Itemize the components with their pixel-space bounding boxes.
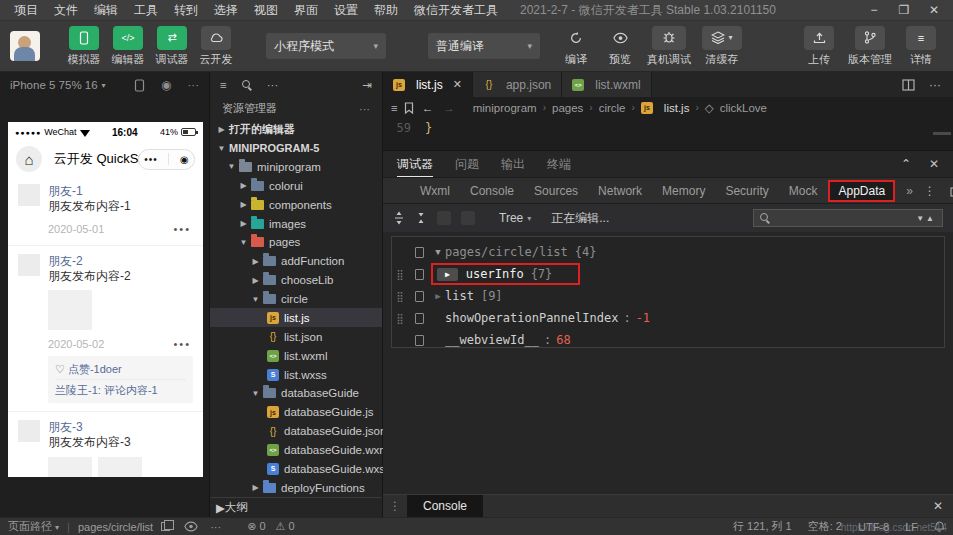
avatar[interactable] xyxy=(18,184,40,206)
post-author[interactable]: 朋友-1 xyxy=(48,184,131,199)
compile-button[interactable] xyxy=(561,26,591,50)
menu-goto[interactable]: 转到 xyxy=(166,0,206,20)
menu-select[interactable]: 选择 xyxy=(206,0,246,20)
search-input[interactable] xyxy=(776,212,910,224)
appdata-list-row[interactable]: ⣿ ▶ list [9] xyxy=(392,285,944,307)
like-list[interactable]: 点赞-1doer xyxy=(68,363,122,375)
panel-tab-debugger[interactable]: 调试器 xyxy=(397,156,433,177)
drag-handle-icon[interactable]: ⣿ xyxy=(392,269,408,280)
open-editors-section[interactable]: ▶ 打开的编辑器 xyxy=(210,120,382,139)
clear-cache-button[interactable]: ▾ xyxy=(702,26,742,50)
menu-settings[interactable]: 设置 xyxy=(326,0,366,20)
devtools-tab-sources[interactable]: Sources xyxy=(525,180,587,202)
minimize-button[interactable]: − xyxy=(861,3,887,17)
outline-list-icon[interactable]: ≡ xyxy=(391,102,398,114)
page-path-selector[interactable]: 页面路径 ▾ xyxy=(8,519,59,534)
watch-box-icon[interactable] xyxy=(415,313,424,324)
bookmark-icon[interactable] xyxy=(404,102,414,114)
tree-item-databaseguide[interactable]: ▼ databaseGuide xyxy=(210,384,382,403)
menu-project[interactable]: 项目 xyxy=(6,0,46,20)
tree-item-chooselib[interactable]: ▶ chooseLib xyxy=(210,271,382,290)
cloud-dev-button[interactable] xyxy=(201,26,231,50)
screenshot-icon[interactable]: ◉ xyxy=(161,78,171,92)
tree-item-databaseguide-js[interactable]: js databaseGuide.js xyxy=(210,403,382,422)
menu-edit[interactable]: 编辑 xyxy=(86,0,126,20)
tab-list-js[interactable]: js list.js ✕ xyxy=(383,72,473,97)
back-icon[interactable]: ← xyxy=(422,102,434,114)
close-icon[interactable]: ✕ xyxy=(933,499,953,513)
expander-icon[interactable]: ▶ xyxy=(437,268,458,281)
avatar[interactable] xyxy=(18,254,40,276)
forward-icon[interactable]: → xyxy=(443,102,455,114)
more-icon[interactable]: ··· xyxy=(210,521,221,533)
mode-select[interactable]: 小程序模式 ▾ xyxy=(266,33,386,59)
outline-list-icon[interactable]: ≡ xyxy=(220,79,227,91)
warnings-status[interactable]: ⚠ 0 xyxy=(276,520,295,533)
crumb-pages[interactable]: pages xyxy=(552,102,583,114)
indent-status[interactable]: 空格: 2 xyxy=(808,519,842,534)
watch-box-icon[interactable] xyxy=(415,291,424,302)
close-button[interactable]: ✕ xyxy=(921,3,947,17)
watch-box-icon[interactable] xyxy=(415,269,424,280)
tree-item-miniprogram[interactable]: ▼ miniprogram xyxy=(210,157,382,176)
more-icon[interactable]: ··· xyxy=(188,79,200,91)
outline-section[interactable]: ▶ 大纲 xyxy=(210,497,382,517)
more-icon[interactable]: ··· xyxy=(929,78,941,92)
panel-tab-terminal[interactable]: 终端 xyxy=(547,156,571,173)
code-editor[interactable]: 59 } xyxy=(383,118,953,150)
user-avatar[interactable] xyxy=(10,31,40,61)
capsule-menu[interactable]: ••• ◉ xyxy=(138,149,195,170)
search-icon[interactable] xyxy=(242,79,252,91)
appdata-userinfo-row[interactable]: ⣿ ▶ userInfo {7} xyxy=(392,263,944,285)
preview-button[interactable] xyxy=(605,26,635,50)
post-author[interactable]: 朋友-3 xyxy=(48,420,131,435)
bell-icon[interactable] xyxy=(934,521,945,533)
project-root-section[interactable]: ▼ MINIPROGRAM-5 xyxy=(210,139,382,158)
tree-item-pages[interactable]: ▼ pages xyxy=(210,233,382,252)
compile-mode-select[interactable]: 普通编译 ▾ xyxy=(428,33,540,59)
menu-help[interactable]: 帮助 xyxy=(366,0,406,20)
panel-tab-problems[interactable]: 问题 xyxy=(455,156,479,173)
posts-list[interactable]: 朋友-1 朋友发布内容-1 2020-05-01 ••• xyxy=(8,176,203,477)
tree-item-circle[interactable]: ▼ circle xyxy=(210,290,382,309)
details-button[interactable]: ≡ xyxy=(906,26,936,50)
tree-item-images[interactable]: ▶ images xyxy=(210,214,382,233)
avatar[interactable] xyxy=(18,420,40,442)
copy-icon[interactable] xyxy=(161,522,170,531)
menu-tools[interactable]: 工具 xyxy=(126,0,166,20)
collapse-panel-icon[interactable]: ⌃ xyxy=(901,157,911,171)
overflow-chevron-icon[interactable]: » xyxy=(897,180,922,202)
eol-status[interactable]: LF xyxy=(905,521,918,533)
tree-item-list-json[interactable]: {} list.json xyxy=(210,327,382,346)
upload-button[interactable] xyxy=(804,26,834,50)
collapse-all-icon[interactable] xyxy=(415,211,427,225)
chevron-right-icon[interactable]: ▶ xyxy=(431,291,445,301)
tab-list-wxml[interactable]: <> list.wxml xyxy=(562,72,651,97)
view-mode-select[interactable]: Tree ▾ xyxy=(499,211,531,225)
crumb-list-js[interactable]: list.js xyxy=(664,102,690,114)
expand-all-icon[interactable] xyxy=(393,211,405,225)
tree-item-list-js[interactable]: js list.js xyxy=(210,308,382,327)
tree-item-list-wxml[interactable]: <> list.wxml xyxy=(210,346,382,365)
separate-window-icon[interactable] xyxy=(134,79,145,92)
horizontal-scrollbar[interactable] xyxy=(933,132,951,135)
close-icon[interactable]: ✕ xyxy=(929,157,939,171)
post-image[interactable] xyxy=(48,457,92,477)
appdata-search[interactable]: ▼▲ xyxy=(753,209,943,227)
tree-item-databaseguide-json[interactable]: {} databaseGuide.json xyxy=(210,422,382,441)
crumb-miniprogram[interactable]: miniprogram xyxy=(473,102,537,114)
userinfo-highlight-box[interactable]: ▶ userInfo {7} xyxy=(431,263,580,285)
post-actions-icon[interactable]: ••• xyxy=(173,223,191,235)
tree-item-deployfunctions[interactable]: ▶ deployFunctions xyxy=(210,478,382,497)
errors-status[interactable]: ⊗ 0 xyxy=(247,520,265,533)
encoding-status[interactable]: UTF-8 xyxy=(858,521,889,533)
next-match-icon[interactable]: ▲ xyxy=(926,214,936,223)
crumb-clicklove[interactable]: clickLove xyxy=(720,102,767,114)
appdata-root-row[interactable]: ▼ pages/circle/list {4} xyxy=(392,241,944,263)
tree-item-list-wxss[interactable]: S list.wxss xyxy=(210,365,382,384)
crumb-circle[interactable]: circle xyxy=(599,102,626,114)
simulator-toggle-button[interactable] xyxy=(69,26,99,50)
maximize-button[interactable]: ❐ xyxy=(891,3,917,17)
tree-item-addfunction[interactable]: ▶ addFunction xyxy=(210,252,382,271)
eye-icon[interactable] xyxy=(184,521,198,532)
